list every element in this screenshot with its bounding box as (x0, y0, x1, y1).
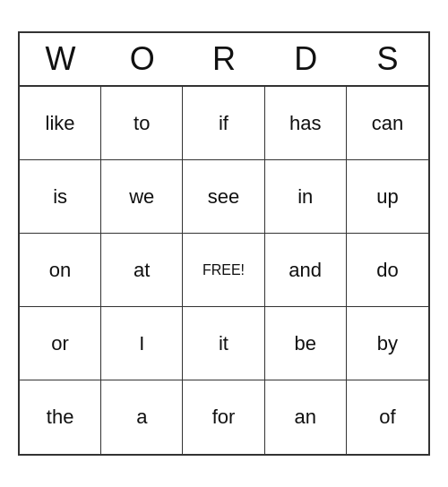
grid-cell-r3-c4: by (347, 307, 428, 380)
grid-cell-r1-c1: we (101, 160, 183, 234)
grid-cell-r2-c2: FREE! (183, 234, 264, 307)
grid-cell-r4-c0: the (20, 380, 101, 454)
grid-cell-r2-c4: do (347, 234, 428, 307)
grid-cell-r0-c3: has (265, 87, 347, 160)
grid-cell-r2-c3: and (265, 234, 347, 307)
grid-cell-r1-c4: up (347, 160, 428, 234)
grid-cell-r4-c2: for (183, 380, 264, 454)
grid-cell-r4-c4: of (347, 380, 428, 454)
grid-cell-r0-c4: can (347, 87, 428, 160)
grid-cell-r4-c3: an (265, 380, 347, 454)
grid-cell-r0-c0: like (20, 87, 101, 160)
grid-cell-r3-c2: it (183, 307, 264, 380)
grid-cell-r3-c3: be (265, 307, 347, 380)
header-letter-o: O (101, 33, 183, 85)
grid-cell-r4-c1: a (101, 380, 183, 454)
grid-cell-r1-c3: in (265, 160, 347, 234)
grid-cell-r2-c0: on (20, 234, 101, 307)
header-letter-r: R (183, 33, 264, 85)
bingo-card: WORDS liketoifhascanisweseeinuponatFREE!… (18, 31, 430, 456)
header-letter-d: D (265, 33, 347, 85)
grid-cell-r0-c1: to (101, 87, 183, 160)
grid-cell-r1-c2: see (183, 160, 264, 234)
grid-cell-r3-c1: I (101, 307, 183, 380)
grid-cell-r3-c0: or (20, 307, 101, 380)
header-letter-w: W (20, 33, 101, 85)
grid-cell-r2-c1: at (101, 234, 183, 307)
bingo-header: WORDS (20, 33, 428, 87)
grid-cell-r1-c0: is (20, 160, 101, 234)
header-letter-s: S (347, 33, 428, 85)
bingo-grid: liketoifhascanisweseeinuponatFREE!anddoo… (20, 87, 428, 454)
grid-cell-r0-c2: if (183, 87, 264, 160)
